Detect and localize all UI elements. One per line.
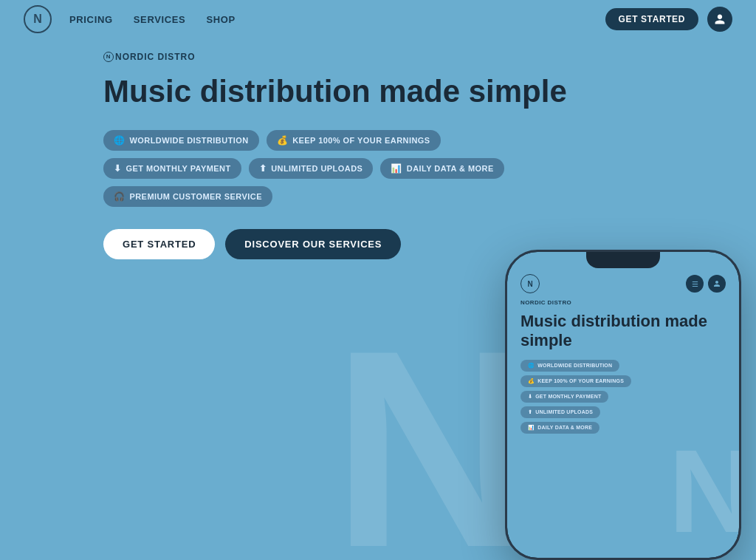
phone-upload-icon: ⬆ xyxy=(528,409,532,415)
phone-brand-text: NORDIC DISTRO xyxy=(520,299,726,306)
hero-title: Music distribution made simple xyxy=(103,74,653,109)
brand-name: N NORDIC DISTRO xyxy=(103,52,653,62)
pill-data: 📊 DAILY DATA & MORE xyxy=(380,158,504,179)
upload-icon: ⬆ xyxy=(259,163,267,174)
pill-uploads-label: UNLIMITED UPLOADS xyxy=(271,164,362,173)
nav-right: GET STARTED xyxy=(605,7,732,32)
pill-worldwide: 🌐 WORLDWIDE DISTRIBUTION xyxy=(103,130,259,151)
get-started-button[interactable]: GET STARTED xyxy=(103,229,215,259)
phone-globe-icon: 🌐 xyxy=(528,363,535,369)
bg-watermark: N xyxy=(332,309,535,560)
phone-watermark: N xyxy=(668,432,739,550)
phone-navbar: N ☰ xyxy=(520,274,726,293)
pill-payment: ⬇ GET MONTHLY PAYMENT xyxy=(103,158,241,179)
phone-pill-earnings: 💰 KEEP 100% OF YOUR EARNINGS xyxy=(520,375,631,387)
logo-icon[interactable]: N xyxy=(24,5,52,33)
phone-chart-icon: 📊 xyxy=(528,425,535,431)
nav-links: PRICING SERVICES SHOP xyxy=(69,14,605,25)
pill-earnings-label: KEEP 100% OF YOUR EARNINGS xyxy=(292,136,430,145)
phone-pill-worldwide: 🌐 WORLDWIDE DISTRIBUTION xyxy=(520,360,619,372)
phone-frame: N ☰ NORDIC DISTRO Music distribution mad… xyxy=(505,250,741,560)
pill-payment-label: GET MONTHLY PAYMENT xyxy=(126,164,230,173)
phone-pill-worldwide-label: WORLDWIDE DISTRIBUTION xyxy=(537,363,612,368)
phone-menu-icon: ☰ xyxy=(686,275,704,293)
phone-nav-right: ☰ xyxy=(686,275,726,293)
phone-person-icon xyxy=(713,280,721,287)
phone-pill-payment-label: GET MONTHLY PAYMENT xyxy=(535,394,601,399)
nav-get-started-button[interactable]: GET STARTED xyxy=(605,8,698,30)
discover-services-button[interactable]: DISCOVER OUR SERVICES xyxy=(225,229,401,259)
phone-notch xyxy=(586,252,660,268)
phone-mockup: N ☰ NORDIC DISTRO Music distribution mad… xyxy=(505,250,756,560)
cta-buttons: GET STARTED DISCOVER OUR SERVICES xyxy=(103,229,653,259)
globe-icon: 🌐 xyxy=(114,135,125,146)
person-icon xyxy=(714,13,726,25)
pill-earnings: 💰 KEEP 100% OF YOUR EARNINGS xyxy=(267,130,441,151)
pill-service: 🎧 PREMIUM CUSTOMER SERVICE xyxy=(103,186,272,207)
brand-text: NORDIC DISTRO xyxy=(115,52,195,62)
phone-screen: N ☰ NORDIC DISTRO Music distribution mad… xyxy=(507,252,739,558)
phone-pill-earnings-label: KEEP 100% OF YOUR EARNINGS xyxy=(537,378,624,383)
phone-avatar-icon xyxy=(708,275,726,293)
brand-logo-icon: N xyxy=(103,52,114,62)
pill-uploads: ⬆ UNLIMITED UPLOADS xyxy=(249,158,374,179)
pill-data-label: DAILY DATA & MORE xyxy=(407,164,494,173)
nav-link-pricing[interactable]: PRICING xyxy=(69,14,113,25)
phone-pill-uploads-label: UNLIMITED UPLOADS xyxy=(535,409,593,414)
phone-hero-title: Music distribution made simple xyxy=(520,312,726,351)
chart-icon: 📊 xyxy=(391,163,402,174)
nav-link-shop[interactable]: SHOP xyxy=(206,14,235,25)
pill-service-label: PREMIUM CUSTOMER SERVICE xyxy=(129,192,261,201)
nav-avatar-button[interactable] xyxy=(707,7,732,32)
money-icon: 💰 xyxy=(277,135,288,146)
feature-pills: 🌐 WORLDWIDE DISTRIBUTION 💰 KEEP 100% OF … xyxy=(103,130,517,207)
download-icon: ⬇ xyxy=(114,163,121,174)
main-content: N NORDIC DISTRO Music distribution made … xyxy=(0,38,756,259)
headset-icon: 🎧 xyxy=(114,191,125,202)
phone-money-icon: 💰 xyxy=(528,378,535,384)
phone-pill-data-label: DAILY DATA & MORE xyxy=(537,425,592,430)
phone-pills: 🌐 WORLDWIDE DISTRIBUTION 💰 KEEP 100% OF … xyxy=(520,360,726,434)
phone-pill-data: 📊 DAILY DATA & MORE xyxy=(520,422,599,434)
nav-link-services[interactable]: SERVICES xyxy=(134,14,186,25)
phone-logo: N xyxy=(520,274,540,293)
phone-download-icon: ⬇ xyxy=(528,394,532,400)
phone-pill-payment: ⬇ GET MONTHLY PAYMENT xyxy=(520,391,608,403)
navbar: N PRICING SERVICES SHOP GET STARTED xyxy=(0,0,756,38)
logo-letter: N xyxy=(33,13,42,26)
pill-worldwide-label: WORLDWIDE DISTRIBUTION xyxy=(129,136,248,145)
phone-pill-uploads: ⬆ UNLIMITED UPLOADS xyxy=(520,406,600,418)
